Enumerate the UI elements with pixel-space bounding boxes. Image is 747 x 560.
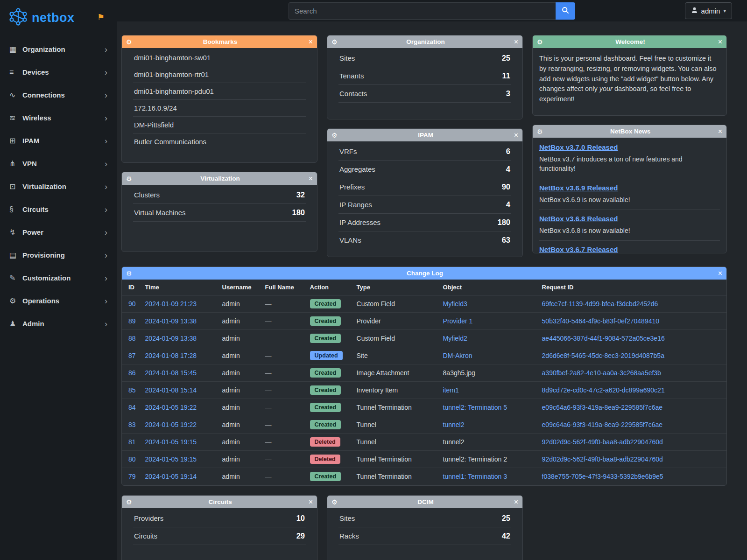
change-id-link[interactable]: 90 <box>128 300 136 308</box>
change-time-link[interactable]: 2024-01-05 19:15 <box>145 438 197 446</box>
widget-config-icon[interactable]: ⚙ <box>537 39 543 45</box>
sidebar-item[interactable]: § Circuits › <box>0 198 117 221</box>
change-object[interactable]: tunnel2 <box>443 421 465 428</box>
request-id-link[interactable]: e09c64a6-93f3-419a-8ea9-229585f7c6ae <box>542 421 662 428</box>
user-menu[interactable]: admin ▾ <box>685 2 732 19</box>
widget-close-icon[interactable]: × <box>514 498 518 506</box>
change-id-link[interactable]: 80 <box>128 455 136 463</box>
widget-close-icon[interactable]: × <box>514 132 518 139</box>
widget-close-icon[interactable]: × <box>309 38 313 46</box>
change-time-link[interactable]: 2024-01-09 13:38 <box>145 317 197 325</box>
change-object[interactable]: tunnel1: Termination 3 <box>443 473 507 480</box>
change-id-link[interactable]: 81 <box>128 438 136 446</box>
widget-close-icon[interactable]: × <box>309 175 313 182</box>
sidebar-item[interactable]: ∿ Connections › <box>0 84 117 106</box>
stat-row[interactable]: VRFs 6 <box>338 143 511 161</box>
stat-row[interactable]: IP Addresses 180 <box>338 214 511 231</box>
sidebar-item[interactable]: ⊡ Virtualization › <box>0 175 117 198</box>
stat-row[interactable]: VLANs 63 <box>338 231 511 249</box>
sidebar-item[interactable]: ↯ Power › <box>0 221 117 244</box>
request-id-link[interactable]: 8d9cd72e-cd0c-47c2-a620-dc899a690c21 <box>542 386 665 394</box>
sidebar-item[interactable]: ✎ Customization › <box>0 266 117 289</box>
flag-icon[interactable]: ⚑ <box>97 12 105 22</box>
bookmark-item[interactable]: Butler Communications <box>133 133 306 150</box>
sidebar-item[interactable]: ▦ Organization › <box>0 38 117 61</box>
change-object[interactable]: tunnel2 <box>443 438 465 446</box>
stat-row[interactable]: Aggregates 4 <box>338 161 511 178</box>
bookmark-item[interactable]: dmi01-binghamton-sw01 <box>133 49 306 66</box>
change-time-link[interactable]: 2024-01-05 19:22 <box>145 421 197 428</box>
bookmark-item[interactable]: 172.16.0.9/24 <box>133 100 306 117</box>
change-time-link[interactable]: 2024-01-08 17:28 <box>145 352 197 359</box>
sidebar-item[interactable]: ▤ Provisioning › <box>0 244 117 266</box>
change-object[interactable]: Provider 1 <box>443 317 473 325</box>
change-id-link[interactable]: 79 <box>128 473 136 480</box>
widget-config-icon[interactable]: ⚙ <box>126 39 132 45</box>
sidebar-item[interactable]: ⋔ VPN › <box>0 152 117 175</box>
change-object[interactable]: DM-Akron <box>443 352 472 359</box>
sidebar-item[interactable]: ♟ Admin › <box>0 312 117 335</box>
widget-config-icon[interactable]: ⚙ <box>331 132 338 139</box>
change-id-link[interactable]: 89 <box>128 317 136 325</box>
change-id-link[interactable]: 85 <box>128 386 136 394</box>
bookmark-item[interactable]: DM-Pittsfield <box>133 117 306 133</box>
stat-row[interactable]: Tenants 11 <box>338 67 511 85</box>
change-time-link[interactable]: 2024-01-09 13:38 <box>145 335 197 342</box>
request-id-link[interactable]: 92d02d9c-562f-49f0-baa8-adb22904760d <box>542 438 663 446</box>
news-link[interactable]: NetBox v3.7.0 Released <box>539 143 618 151</box>
change-id-link[interactable]: 88 <box>128 335 136 342</box>
bookmark-item[interactable]: dmi01-binghamton-pdu01 <box>133 83 306 100</box>
stat-row[interactable]: Contacts 3 <box>338 85 511 103</box>
search-input[interactable] <box>289 2 556 20</box>
widget-config-icon[interactable]: ⚙ <box>126 499 132 505</box>
sidebar-item[interactable]: ⚙ Operations › <box>0 289 117 312</box>
change-object[interactable]: 8a3gh5.jpg <box>443 369 475 377</box>
stat-row[interactable]: Sites 25 <box>338 49 511 67</box>
widget-config-icon[interactable]: ⚙ <box>537 128 543 135</box>
change-time-link[interactable]: 2024-01-05 19:22 <box>145 404 197 411</box>
widget-close-icon[interactable]: × <box>718 38 722 46</box>
change-time-link[interactable]: 2024-01-08 15:14 <box>145 386 197 394</box>
stat-row[interactable]: Sites 25 <box>338 510 511 527</box>
request-id-link[interactable]: 92d02d9c-562f-49f0-baa8-adb22904760d <box>542 455 663 463</box>
request-id-link[interactable]: ae445066-387d-44f1-9084-572a05ce3e16 <box>542 335 665 342</box>
stat-row[interactable]: Racks 42 <box>338 527 511 545</box>
change-object[interactable]: Myfield3 <box>443 300 467 308</box>
widget-config-icon[interactable]: ⚙ <box>126 175 132 182</box>
bookmark-item[interactable]: dmi01-binghamton-rtr01 <box>133 66 306 83</box>
stat-row[interactable]: Clusters 32 <box>133 186 306 204</box>
change-time-link[interactable]: 2024-01-05 19:15 <box>145 455 197 463</box>
news-link[interactable]: NetBox v3.6.7 Released <box>539 245 618 253</box>
change-id-link[interactable]: 83 <box>128 421 136 428</box>
change-time-link[interactable]: 2024-01-08 15:45 <box>145 369 197 377</box>
change-object[interactable]: Myfield2 <box>443 335 467 342</box>
change-time-link[interactable]: 2024-01-05 19:14 <box>145 473 197 480</box>
request-id-link[interactable]: e09c64a6-93f3-419a-8ea9-229585f7c6ae <box>542 404 662 411</box>
request-id-link[interactable]: a390fbef-2a82-4e10-aa0a-3c268aa5ef3b <box>542 369 661 377</box>
request-id-link[interactable]: f038e755-705e-47f3-9433-5392b9e6b9e5 <box>542 473 663 480</box>
change-id-link[interactable]: 87 <box>128 352 136 359</box>
stat-row[interactable]: Prefixes 90 <box>338 178 511 196</box>
stat-row[interactable]: Circuits 29 <box>133 527 306 545</box>
news-link[interactable]: NetBox v3.6.8 Released <box>539 215 618 223</box>
change-object[interactable]: tunnel2: Termination 2 <box>443 455 507 463</box>
stat-row[interactable]: Virtual Machines 180 <box>133 204 306 222</box>
news-link[interactable]: NetBox v3.6.9 Released <box>539 184 618 192</box>
widget-config-icon[interactable]: ⚙ <box>331 499 338 505</box>
request-id-link[interactable]: 69fce7cf-1139-4d99-bfea-f3dcbd2452d6 <box>542 300 658 308</box>
change-id-link[interactable]: 84 <box>128 404 136 411</box>
widget-close-icon[interactable]: × <box>718 128 722 135</box>
widget-close-icon[interactable]: × <box>309 498 313 506</box>
sidebar-item[interactable]: ≡ Devices › <box>0 61 117 84</box>
sidebar-item[interactable]: ⊞ IPAM › <box>0 129 117 152</box>
stat-row[interactable]: Providers 10 <box>133 510 306 527</box>
widget-config-icon[interactable]: ⚙ <box>126 270 132 277</box>
widget-close-icon[interactable]: × <box>718 270 722 277</box>
request-id-link[interactable]: 2d6d6e8f-5465-45dc-8ec3-2019d4087b5a <box>542 352 664 359</box>
request-id-link[interactable]: 50b32f40-5464-4f9c-b83f-0ef270489410 <box>542 317 659 325</box>
widget-close-icon[interactable]: × <box>514 38 518 46</box>
change-time-link[interactable]: 2024-01-09 21:23 <box>145 300 197 308</box>
search-button[interactable] <box>556 2 575 20</box>
widget-config-icon[interactable]: ⚙ <box>331 39 338 45</box>
change-object[interactable]: tunnel2: Termination 5 <box>443 404 507 411</box>
